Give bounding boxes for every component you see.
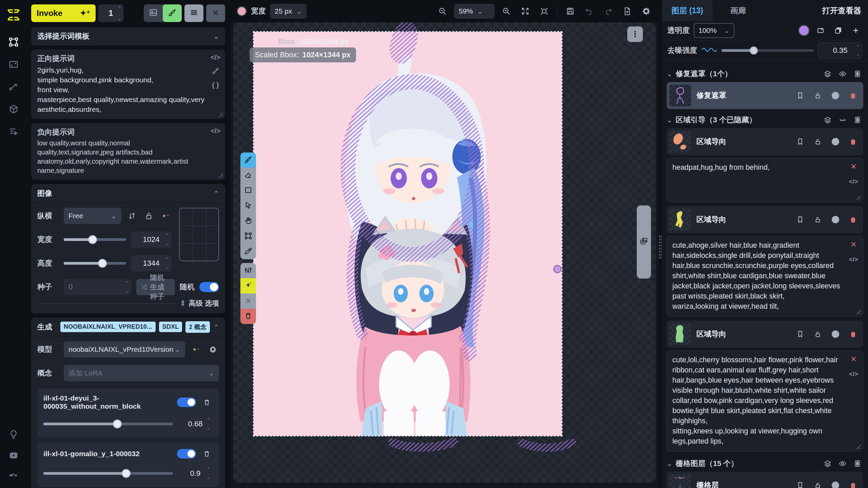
crop-to-bbox-icon[interactable] xyxy=(852,68,863,80)
positive-prompt-text[interactable]: 2girls,yuri,hug, simple background,pink … xyxy=(37,65,206,114)
region-prompt-text[interactable]: cute,loli,cherry blossoms,hair flower,pi… xyxy=(672,355,841,446)
pan-tool-button[interactable] xyxy=(240,214,256,229)
bookmark-icon[interactable] xyxy=(794,89,806,102)
layer-color-indicator[interactable] xyxy=(829,89,842,102)
region-prompt-text[interactable]: headpat,hug,hug from behind, xyxy=(672,162,841,172)
brush-width-select[interactable]: 25 px ⌄ xyxy=(270,4,307,19)
link-icon[interactable]: 🔗︎ xyxy=(212,67,219,75)
lock-icon[interactable] xyxy=(812,136,824,148)
eraser-tool-button[interactable] xyxy=(240,168,256,183)
region-prompt-box[interactable]: cute,loli,cherry blossoms,hair flower,pi… xyxy=(667,350,863,451)
tips-lightbulb-icon[interactable] xyxy=(7,428,20,441)
stepper-chevrons-icon[interactable]: ⌃⌄ xyxy=(165,257,169,269)
canvas-viewport[interactable]: Bbox:1024×1344 px Scaled Bbox:1024×1344 … xyxy=(233,22,656,483)
braces-icon[interactable]: { } xyxy=(212,81,219,89)
region-prompt-box[interactable]: cute,ahoge,silver hair,blue hair,gradien… xyxy=(667,236,863,317)
random-seed-button[interactable]: ⤨ 随机生成种子 xyxy=(136,279,175,295)
height-slider[interactable] xyxy=(64,262,126,265)
remove-prompt-icon[interactable]: ✕ xyxy=(850,162,856,171)
group-inpaint-mask-header[interactable]: ⌄ 修复遮罩（1个） xyxy=(667,66,863,82)
panel-menu-button[interactable] xyxy=(184,4,203,22)
duplicate-layer-button[interactable] xyxy=(831,24,845,37)
layer-row-region-yellow[interactable]: 区域导向 xyxy=(667,206,863,233)
lock-icon[interactable] xyxy=(812,214,824,226)
layer-row-raster[interactable]: 栅格层 xyxy=(667,472,863,488)
trash-icon[interactable] xyxy=(847,89,859,102)
stepper-chevrons-icon[interactable]: ⌃⌄ xyxy=(207,418,210,430)
collapse-panel-button[interactable] xyxy=(206,4,225,22)
select-tool-button[interactable] xyxy=(240,198,256,214)
lora-weight-input[interactable]: 0.9 ⌃⌄ xyxy=(178,465,213,482)
invoke-region-button[interactable] xyxy=(240,278,256,293)
resize-handle-icon[interactable] xyxy=(855,308,861,314)
delete-layer-button[interactable] xyxy=(240,309,256,324)
lock-icon[interactable] xyxy=(812,89,824,102)
lock-icon[interactable] xyxy=(812,328,824,340)
add-lora-select[interactable]: 添加 LoRA ⌄ xyxy=(64,365,219,381)
layer-list[interactable]: ⌄ 修复遮罩（1个） 修复遮罩 ⌄ 区域引导（3 个已隐藏） xyxy=(662,61,868,488)
lora-enabled-toggle[interactable] xyxy=(177,398,196,407)
cancel-region-button[interactable] xyxy=(240,293,256,309)
zoom-in-button[interactable] xyxy=(499,4,514,19)
open-viewer-button[interactable]: 打开查看器 xyxy=(822,5,861,16)
trash-icon[interactable] xyxy=(847,328,859,340)
resize-handle-icon[interactable] xyxy=(855,194,861,200)
zoom-out-button[interactable] xyxy=(435,4,450,19)
prompt-template-select[interactable]: 选择提示词模板 ⌄ xyxy=(31,27,225,45)
model-settings-gear-icon[interactable] xyxy=(207,342,219,357)
canvas-menu-kebab-button[interactable]: ⋮ xyxy=(627,26,643,42)
layer-color-indicator[interactable] xyxy=(829,328,842,340)
denoise-input[interactable]: 0.35 ⌃⌄ xyxy=(818,42,863,59)
code-icon[interactable]: </> xyxy=(211,127,220,135)
model-select[interactable]: noobaiXLNAIXL_vPred10Version ⌄ xyxy=(64,341,185,358)
negative-prompt-text[interactable]: low quality,worst quality,normal quality… xyxy=(37,139,206,175)
trash-icon[interactable] xyxy=(847,214,859,226)
bookmark-icon[interactable] xyxy=(794,328,806,340)
layer-row-region-green[interactable]: 区域导向 xyxy=(667,321,863,348)
lora-weight-slider[interactable] xyxy=(43,472,173,475)
left-panel-scroll[interactable]: 选择提示词模板 ⌄ 正向提示词 2girls,yuri,hug, simple … xyxy=(31,27,225,488)
rect-tool-button[interactable] xyxy=(240,183,256,198)
layer-color-swatch[interactable] xyxy=(798,25,810,36)
eye-closed-icon[interactable] xyxy=(837,114,848,126)
settings-gear-icon[interactable] xyxy=(7,470,20,483)
sidebar-item-queue[interactable] xyxy=(7,125,20,138)
resize-handle-icon[interactable] xyxy=(217,111,223,117)
width-input[interactable]: 1024 ⌃⌄ xyxy=(131,231,172,248)
aspect-ratio-select[interactable]: Free ⌄ xyxy=(64,208,121,224)
stepper-chevrons-icon[interactable]: ⌃⌄ xyxy=(207,467,210,480)
brush-tool-button[interactable] xyxy=(240,152,256,168)
send-to-gallery-button[interactable] xyxy=(144,4,163,22)
delete-lora-trash-icon[interactable] xyxy=(201,396,213,408)
bookmark-icon[interactable] xyxy=(794,479,806,488)
collapse-section-icon[interactable]: ⌃ xyxy=(213,189,219,198)
sidebar-item-upscaling[interactable] xyxy=(7,58,20,71)
tab-layers[interactable]: 图层 (13) xyxy=(662,0,713,21)
random-seed-toggle[interactable] xyxy=(199,282,219,292)
eye-icon[interactable] xyxy=(837,68,848,80)
code-icon[interactable]: </> xyxy=(849,370,858,378)
send-to-canvas-button[interactable] xyxy=(163,4,182,22)
layer-stack-icon[interactable] xyxy=(822,458,833,469)
lora-enabled-toggle[interactable] xyxy=(177,449,196,459)
queue-count-stepper[interactable]: 1 ⌃⌄ xyxy=(98,4,123,22)
optimize-size-sparkle-icon[interactable]: ✦⁺ xyxy=(160,208,172,223)
stepper-chevrons-icon[interactable]: ⌃⌄ xyxy=(125,281,129,293)
crop-to-bbox-icon[interactable] xyxy=(852,458,863,469)
seed-input[interactable]: 0 ⌃⌄ xyxy=(64,279,132,295)
bookmark-icon[interactable] xyxy=(794,214,806,226)
transform-tool-button[interactable] xyxy=(240,229,256,244)
code-icon[interactable]: </> xyxy=(849,256,858,263)
canvas-image[interactable] xyxy=(254,32,562,436)
trash-icon[interactable] xyxy=(847,479,859,488)
lora-weight-input[interactable]: 0.68 ⌃⌄ xyxy=(178,416,213,432)
resize-handle-icon[interactable] xyxy=(217,172,223,178)
tab-gallery[interactable]: 画廊 xyxy=(713,0,764,21)
height-input[interactable]: 1344 ⌃⌄ xyxy=(131,255,172,271)
region-prompt-text[interactable]: cute,ahoge,silver hair,blue hair,gradien… xyxy=(672,240,841,311)
video-tutorials-icon[interactable] xyxy=(7,449,20,462)
denoise-slider[interactable] xyxy=(722,49,814,52)
layer-row-region-orange[interactable]: 区域导向 xyxy=(667,128,863,155)
save-button[interactable] xyxy=(563,4,578,19)
layer-row-inpaint-mask[interactable]: 修复遮罩 xyxy=(667,82,863,109)
